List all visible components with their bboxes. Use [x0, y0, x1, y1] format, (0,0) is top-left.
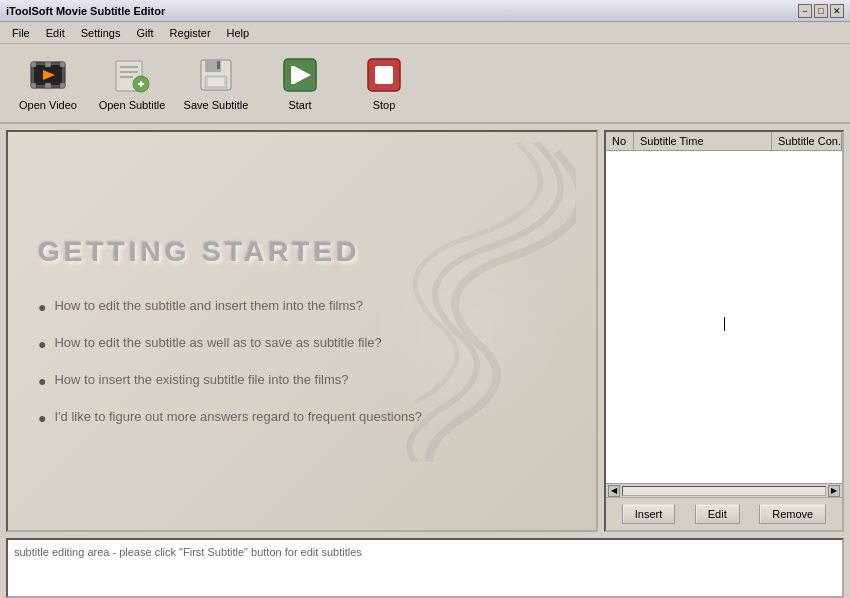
menu-file[interactable]: File — [4, 25, 38, 41]
bullet-icon: ● — [38, 299, 46, 315]
start-button[interactable]: Start — [260, 49, 340, 117]
bullet-icon: ● — [38, 336, 46, 352]
svg-rect-2 — [31, 62, 36, 67]
preview-content: GETTING STARTED ● How to edit the subtit… — [8, 132, 596, 530]
subtitle-table-header: No Subtitle Time Subtitle Con. — [606, 132, 842, 151]
svg-rect-20 — [217, 61, 220, 69]
stop-icon — [364, 55, 404, 95]
preview-panel: GETTING STARTED ● How to edit the subtit… — [6, 130, 598, 532]
menu-gift[interactable]: Gift — [128, 25, 161, 41]
svg-rect-23 — [291, 66, 295, 84]
subtitle-edit-area[interactable]: subtitle editing area - please click "Fi… — [6, 538, 844, 598]
menu-register[interactable]: Register — [162, 25, 219, 41]
menu-edit[interactable]: Edit — [38, 25, 73, 41]
list-item-text-3: I'd like to figure out more answers rega… — [54, 409, 421, 424]
start-icon — [280, 55, 320, 95]
list-item-text-2: How to insert the existing subtitle file… — [54, 372, 348, 387]
insert-button[interactable]: Insert — [622, 504, 676, 524]
decorative-swirl — [376, 142, 576, 462]
bullet-icon: ● — [38, 410, 46, 426]
list-item: ● How to insert the existing subtitle fi… — [38, 372, 422, 389]
window-title: iToolSoft Movie Subtitle Editor — [6, 5, 165, 17]
save-subtitle-button[interactable]: Save Subtitle — [176, 49, 256, 117]
bullet-icon: ● — [38, 373, 46, 389]
menu-bar: File Edit Settings Gift Register Help — [0, 22, 850, 44]
scroll-track[interactable] — [622, 486, 826, 496]
subtitle-icon — [112, 55, 152, 95]
open-video-button[interactable]: Open Video — [8, 49, 88, 117]
edit-button[interactable]: Edit — [695, 504, 740, 524]
svg-rect-19 — [208, 78, 224, 86]
svg-rect-7 — [45, 83, 51, 88]
film-icon — [28, 55, 68, 95]
minimize-button[interactable]: − — [798, 4, 812, 18]
save-subtitle-label: Save Subtitle — [184, 99, 249, 111]
text-cursor — [724, 317, 725, 331]
svg-rect-5 — [60, 83, 65, 88]
open-video-label: Open Video — [19, 99, 77, 111]
start-label: Start — [288, 99, 311, 111]
open-subtitle-button[interactable]: Open Subtitle — [92, 49, 172, 117]
list-item-text-0: How to edit the subtitle and insert them… — [54, 298, 363, 313]
subtitle-action-buttons: Insert Edit Remove — [606, 497, 842, 530]
remove-button[interactable]: Remove — [759, 504, 826, 524]
col-content-header: Subtitle Con. — [772, 132, 842, 150]
svg-rect-3 — [60, 62, 65, 67]
col-no-header: No — [606, 132, 634, 150]
maximize-button[interactable]: □ — [814, 4, 828, 18]
menu-settings[interactable]: Settings — [73, 25, 129, 41]
list-item: ● I'd like to figure out more answers re… — [38, 409, 422, 426]
close-button[interactable]: ✕ — [830, 4, 844, 18]
getting-started-title: GETTING STARTED — [38, 236, 360, 268]
subtitle-table-body[interactable] — [606, 151, 842, 483]
window-controls: − □ ✕ — [798, 4, 844, 18]
list-item: ● How to edit the subtitle and insert th… — [38, 298, 422, 315]
list-item: ● How to edit the subtitle as well as to… — [38, 335, 422, 352]
stop-button[interactable]: Stop — [344, 49, 424, 117]
svg-rect-4 — [31, 83, 36, 88]
scroll-left-arrow[interactable]: ◀ — [608, 485, 620, 497]
title-bar: iToolSoft Movie Subtitle Editor − □ ✕ — [0, 0, 850, 22]
list-item-text-1: How to edit the subtitle as well as to s… — [54, 335, 381, 350]
main-area: GETTING STARTED ● How to edit the subtit… — [0, 124, 850, 538]
col-time-header: Subtitle Time — [634, 132, 772, 150]
svg-rect-25 — [375, 66, 393, 84]
svg-rect-6 — [45, 62, 51, 67]
open-subtitle-label: Open Subtitle — [99, 99, 166, 111]
stop-label: Stop — [373, 99, 396, 111]
menu-help[interactable]: Help — [219, 25, 258, 41]
scroll-right-arrow[interactable]: ▶ — [828, 485, 840, 497]
subtitle-edit-placeholder: subtitle editing area - please click "Fi… — [14, 546, 362, 558]
getting-started-list: ● How to edit the subtitle and insert th… — [38, 298, 422, 426]
save-icon — [196, 55, 236, 95]
toolbar: Open Video Open Subtitle — [0, 44, 850, 124]
subtitle-panel: No Subtitle Time Subtitle Con. ◀ ▶ Inser… — [604, 130, 844, 532]
subtitle-scrollbar[interactable]: ◀ ▶ — [606, 483, 842, 497]
